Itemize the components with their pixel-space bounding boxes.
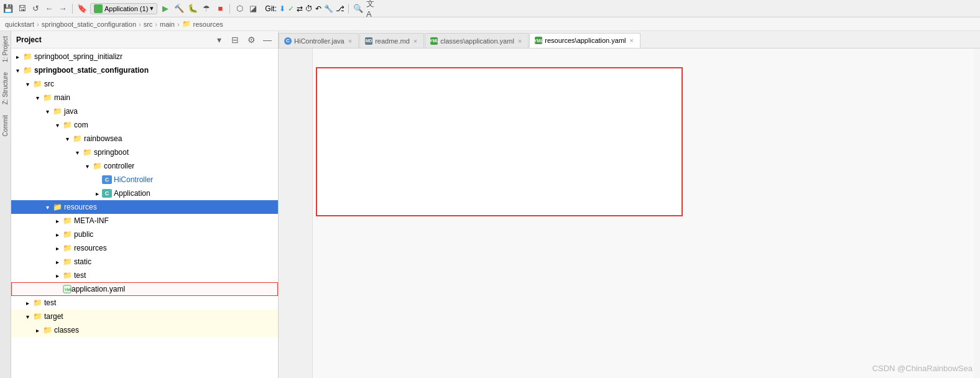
tree-item-springboot[interactable]: 📁 springboot xyxy=(11,145,278,159)
tab-close-classes-yaml[interactable]: × xyxy=(517,37,523,45)
tree-item-application-yaml[interactable]: YML application.yaml xyxy=(11,282,278,296)
tab-project[interactable]: 1: Project xyxy=(1,31,10,67)
arrow-springboot xyxy=(72,147,82,157)
debug-icon[interactable]: 🐛 xyxy=(187,3,198,14)
folder-icon-com: 📁 xyxy=(62,121,72,129)
tab-hicontroller[interactable]: C HiController.java × xyxy=(279,33,359,48)
save-icon[interactable]: 💾 xyxy=(2,3,14,14)
arrow-target xyxy=(22,311,32,321)
git-wrench-icon[interactable]: 🔧 xyxy=(324,4,333,13)
watermark: CSDN @ChinaRainbowSea xyxy=(872,364,973,373)
arrow-public xyxy=(52,229,62,239)
tree-item-test-folder[interactable]: 📁 test xyxy=(11,269,278,282)
panel-close-icon[interactable]: — xyxy=(262,34,273,45)
refresh-icon[interactable]: ↺ xyxy=(30,3,41,14)
tree-item-meta-inf[interactable]: 📁 META-INF xyxy=(11,214,278,228)
breadcrumb-quickstart[interactable]: quickstart xyxy=(5,21,34,28)
arrow-classes xyxy=(32,325,42,335)
breadcrumb: quickstart › springboot_static_configura… xyxy=(0,17,980,31)
project-panel: Project ▾ ⊟ ⚙ — 📁 springboot_spring_init… xyxy=(11,31,279,378)
git-history-icon[interactable]: ⏱ xyxy=(305,4,313,13)
run-icon[interactable]: ▶ xyxy=(160,3,171,14)
tab-commit[interactable]: Commit xyxy=(1,110,10,141)
panel-chevron-icon: ▾ xyxy=(213,34,224,45)
label-java: java xyxy=(64,107,78,116)
tab-classes-yaml[interactable]: YML classes\application.yaml × xyxy=(425,33,529,48)
tab-resources-yaml[interactable]: YML resources\application.yaml × xyxy=(529,33,640,48)
scheme-icon[interactable]: ◪ xyxy=(247,3,259,14)
tree-item-test-top[interactable]: 📁 test xyxy=(11,296,278,310)
stop-icon[interactable]: ■ xyxy=(215,3,226,14)
git-label: Git: xyxy=(265,4,277,13)
bookmark-icon[interactable]: 🔖 xyxy=(76,3,88,14)
tree-item-spring-init[interactable]: 📁 springboot_spring_initializr xyxy=(11,50,278,63)
git-fetch-icon[interactable]: ⬇ xyxy=(279,4,285,13)
tree-item-classes[interactable]: 📁 classes xyxy=(11,323,278,337)
editor-content: CSDN @ChinaRainbowSea xyxy=(279,48,980,378)
coverage-icon[interactable]: ☂ xyxy=(201,3,212,14)
git-push-icon[interactable]: ✓ xyxy=(288,4,294,13)
label-application-yaml: application.yaml xyxy=(72,285,125,293)
tree-item-resources[interactable]: 📁 resources xyxy=(11,200,278,214)
git-update-icon[interactable]: ⇄ xyxy=(297,4,303,13)
tree-item-src[interactable]: 📁 src xyxy=(11,77,278,91)
tab-close-resources-yaml[interactable]: × xyxy=(629,37,635,44)
git-rollback-icon[interactable]: ↶ xyxy=(315,4,321,13)
vertical-scrollbar[interactable] xyxy=(974,48,980,378)
search-everywhere-icon[interactable]: 🔍 xyxy=(353,3,364,14)
tree-item-application[interactable]: C Application xyxy=(11,187,278,200)
folder-icon-static: 📁 xyxy=(62,257,72,266)
tree-item-target[interactable]: 📁 target xyxy=(11,310,278,323)
forward-icon[interactable]: → xyxy=(57,3,68,14)
tree-item-static-config[interactable]: 📁 springboot_static_configuration xyxy=(11,63,278,77)
arrow-resources xyxy=(42,202,52,212)
label-springboot: springboot xyxy=(94,148,129,157)
sep3 xyxy=(348,4,349,14)
arrow-rainbowsea xyxy=(62,134,72,144)
folder-icon-classes: 📁 xyxy=(42,326,52,334)
arrow-main xyxy=(32,93,42,103)
folder-icon-rainbowsea: 📁 xyxy=(72,134,82,143)
breadcrumb-src[interactable]: src xyxy=(144,21,153,28)
tree-item-hicontroller[interactable]: C HiController xyxy=(11,173,278,187)
tree-item-public[interactable]: 📁 public xyxy=(11,228,278,241)
breadcrumb-project[interactable]: springboot_static_configuration xyxy=(42,21,136,28)
app-run-icon xyxy=(94,4,103,13)
panel-collapse-icon[interactable]: ⊟ xyxy=(229,34,241,45)
tab-readme[interactable]: MD readme.md × xyxy=(359,33,424,48)
app-chevron: ▾ xyxy=(150,4,154,12)
tree-item-rainbowsea[interactable]: 📁 rainbowsea xyxy=(11,132,278,145)
arrow-controller xyxy=(82,161,92,171)
tree-item-main[interactable]: 📁 main xyxy=(11,91,278,104)
translate-icon[interactable]: 文A xyxy=(366,3,377,14)
label-main: main xyxy=(54,93,70,102)
application-button[interactable]: Application (1) ▾ xyxy=(90,3,157,14)
label-application: Application xyxy=(114,189,150,198)
tab-structure[interactable]: Z: Structure xyxy=(1,67,10,109)
folder-icon-java: 📁 xyxy=(52,107,62,116)
folder-icon-public: 📁 xyxy=(62,230,72,239)
folder-icon-test-top: 📁 xyxy=(32,298,42,307)
label-static: static xyxy=(74,257,91,266)
tree-item-controller[interactable]: 📁 controller xyxy=(11,159,278,173)
label-src: src xyxy=(44,80,54,88)
tree-item-com[interactable]: 📁 com xyxy=(11,118,278,132)
breadcrumb-main[interactable]: main xyxy=(160,21,175,28)
folder-icon-meta-inf: 📁 xyxy=(62,216,72,225)
sep-4: › xyxy=(177,21,180,28)
git-branch-icon[interactable]: ⎇ xyxy=(336,4,344,13)
tree-item-resources-sub[interactable]: 📁 resources xyxy=(11,241,278,255)
deploy-icon[interactable]: ⬡ xyxy=(234,3,245,14)
save2-icon[interactable]: 🖫 xyxy=(16,3,27,14)
tab-close-hicontroller[interactable]: × xyxy=(347,37,353,45)
tree-item-java[interactable]: 📁 java xyxy=(11,104,278,118)
breadcrumb-resources[interactable]: resources xyxy=(193,21,223,28)
arrow-test-top xyxy=(22,298,32,308)
tab-close-readme[interactable]: × xyxy=(412,37,418,45)
panel-settings-icon[interactable]: ⚙ xyxy=(246,34,257,45)
tab-icon-java: C xyxy=(284,37,292,45)
label-resources: resources xyxy=(64,203,97,211)
build-icon[interactable]: 🔨 xyxy=(173,3,185,14)
back-icon[interactable]: ← xyxy=(44,3,55,14)
tree-item-static[interactable]: 📁 static xyxy=(11,255,278,269)
